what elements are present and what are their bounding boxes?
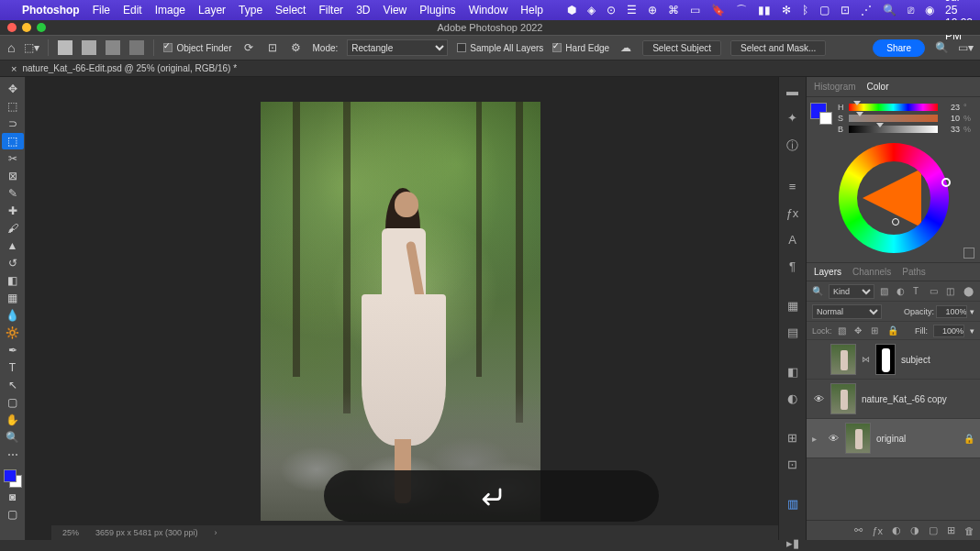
- gear-icon[interactable]: ⚙: [289, 40, 304, 55]
- tool-preset-icon[interactable]: ⬚▾: [24, 40, 39, 55]
- background-swatch[interactable]: [819, 112, 832, 125]
- blur-tool[interactable]: 💧: [2, 307, 24, 324]
- layer-mask-thumbnail[interactable]: [875, 344, 896, 375]
- dock-icon[interactable]: ƒx: [785, 206, 801, 220]
- bluetooth-icon[interactable]: ᛒ: [802, 4, 808, 17]
- brightness-slider[interactable]: [849, 126, 938, 133]
- layer-row[interactable]: ⋈ subject: [807, 340, 980, 380]
- wifi-icon[interactable]: ⋰: [861, 4, 872, 17]
- dock-icon[interactable]: A: [785, 233, 801, 247]
- object-finder-checkbox[interactable]: Object Finder: [163, 43, 231, 53]
- lock-position-icon[interactable]: ✥: [854, 325, 865, 336]
- zoom-level[interactable]: 25%: [62, 528, 79, 537]
- hard-edge-checkbox[interactable]: Hard Edge: [552, 43, 609, 53]
- workspace-icon[interactable]: ▭▾: [958, 40, 973, 55]
- layer-name[interactable]: subject: [901, 355, 930, 365]
- selection-intersect-icon[interactable]: [129, 40, 144, 55]
- screen-mode-icon[interactable]: ▢: [2, 506, 24, 523]
- edit-toolbar[interactable]: ⋯: [2, 446, 24, 463]
- tab-color[interactable]: Color: [867, 82, 889, 92]
- selection-new-icon[interactable]: [58, 40, 72, 55]
- refresh-icon[interactable]: ⟳: [241, 40, 256, 55]
- layer-style-icon[interactable]: ƒx: [872, 525, 883, 536]
- menu-view[interactable]: View: [383, 4, 406, 17]
- dock-icon[interactable]: ▬: [785, 84, 801, 98]
- menu-edit[interactable]: Edit: [123, 4, 142, 17]
- window-minimize-button[interactable]: [22, 23, 31, 32]
- menu-image[interactable]: Image: [155, 4, 185, 17]
- lock-artboard-icon[interactable]: ⊞: [871, 325, 882, 336]
- filter-type-icon[interactable]: T: [913, 286, 924, 297]
- brush-tool[interactable]: 🖌: [2, 220, 24, 237]
- group-icon[interactable]: ▢: [929, 524, 938, 536]
- dock-icon[interactable]: ⊡: [785, 457, 801, 471]
- gradient-tool[interactable]: ▦: [2, 290, 24, 306]
- menu-file[interactable]: File: [93, 4, 110, 17]
- cloud-icon[interactable]: ☁: [618, 40, 633, 55]
- adjustment-layer-icon[interactable]: ◑: [910, 524, 919, 536]
- tab-histogram[interactable]: Histogram: [814, 82, 856, 92]
- search-icon[interactable]: 🔍: [934, 40, 949, 55]
- menu-plugins[interactable]: Plugins: [419, 4, 455, 17]
- layer-row[interactable]: 👁 nature_Kat_-66 copy: [807, 380, 980, 419]
- document-dimensions[interactable]: 3659 px x 5481 px (300 ppi): [95, 528, 198, 537]
- status-icon[interactable]: ⌒: [736, 3, 747, 18]
- share-button[interactable]: Share: [873, 39, 925, 57]
- layer-name[interactable]: nature_Kat_-66 copy: [862, 394, 947, 404]
- tab-layers[interactable]: Layers: [814, 267, 841, 277]
- frame-tool[interactable]: ⊠: [2, 168, 24, 184]
- status-icon[interactable]: ⊕: [648, 4, 657, 17]
- dock-library-icon[interactable]: ▥: [785, 497, 801, 511]
- lasso-tool[interactable]: ⊃: [2, 116, 24, 132]
- dock-icon[interactable]: ▦: [785, 299, 801, 313]
- quick-mask-icon[interactable]: ◙: [2, 489, 24, 505]
- fill-input[interactable]: [933, 325, 964, 337]
- shape-tool[interactable]: ▢: [2, 394, 24, 411]
- selection-subtract-icon[interactable]: [106, 40, 120, 55]
- history-brush-tool[interactable]: ↺: [2, 255, 24, 271]
- filter-adjust-icon[interactable]: ◐: [896, 286, 908, 297]
- status-icon[interactable]: 🔖: [711, 4, 725, 17]
- filter-toggle-icon[interactable]: ⬤: [963, 286, 974, 297]
- filter-smart-icon[interactable]: ◫: [946, 286, 957, 297]
- mask-link-icon[interactable]: ⋈: [862, 355, 870, 364]
- dock-icon[interactable]: ✦: [785, 111, 801, 125]
- dock-icon[interactable]: ≡: [785, 180, 801, 193]
- status-icon[interactable]: ✻: [782, 4, 791, 17]
- clone-stamp-tool[interactable]: ▲: [2, 237, 24, 254]
- dock-icon[interactable]: ¶: [785, 259, 801, 273]
- delete-layer-icon[interactable]: 🗑: [964, 525, 974, 536]
- status-icon[interactable]: ☰: [627, 4, 637, 17]
- document-tab[interactable]: nature_Kat_-66-Edit.psd @ 25% (original,…: [22, 63, 237, 73]
- menu-filter[interactable]: Filter: [318, 4, 343, 17]
- dock-icon[interactable]: ◧: [785, 365, 801, 379]
- hue-slider[interactable]: [849, 104, 938, 111]
- menu-layer[interactable]: Layer: [198, 4, 226, 17]
- new-layer-icon[interactable]: ⊞: [947, 524, 955, 536]
- crop-tool[interactable]: ✂: [2, 150, 24, 167]
- filter-shape-icon[interactable]: ▭: [930, 286, 941, 297]
- menu-select[interactable]: Select: [275, 4, 306, 17]
- color-grid-icon[interactable]: [963, 248, 974, 259]
- status-icon[interactable]: ⌘: [668, 4, 679, 17]
- menu-type[interactable]: Type: [239, 4, 262, 17]
- status-icon[interactable]: ⬢: [567, 4, 576, 17]
- healing-brush-tool[interactable]: ✚: [2, 203, 24, 219]
- foreground-color-swatch[interactable]: [4, 469, 17, 482]
- path-selection-tool[interactable]: ↖: [2, 377, 24, 393]
- color-swatches[interactable]: [4, 469, 22, 488]
- eraser-tool[interactable]: ◧: [2, 272, 24, 289]
- zoom-tool[interactable]: 🔍: [2, 429, 24, 446]
- app-name[interactable]: Photoshop: [22, 4, 80, 17]
- color-wheel[interactable]: [839, 143, 949, 253]
- control-center-icon[interactable]: ⎚: [908, 4, 914, 17]
- layer-thumbnail[interactable]: [845, 423, 871, 454]
- link-layers-icon[interactable]: ⚯: [854, 524, 863, 536]
- select-subject-button[interactable]: Select Subject: [642, 40, 721, 56]
- object-selection-tool[interactable]: ⬚: [2, 133, 24, 149]
- document-canvas[interactable]: [261, 102, 540, 521]
- window-close-button[interactable]: [7, 23, 17, 32]
- sat-value[interactable]: 10: [941, 114, 960, 123]
- opacity-input[interactable]: [936, 305, 967, 318]
- marquee-tool[interactable]: ⬚: [2, 98, 24, 115]
